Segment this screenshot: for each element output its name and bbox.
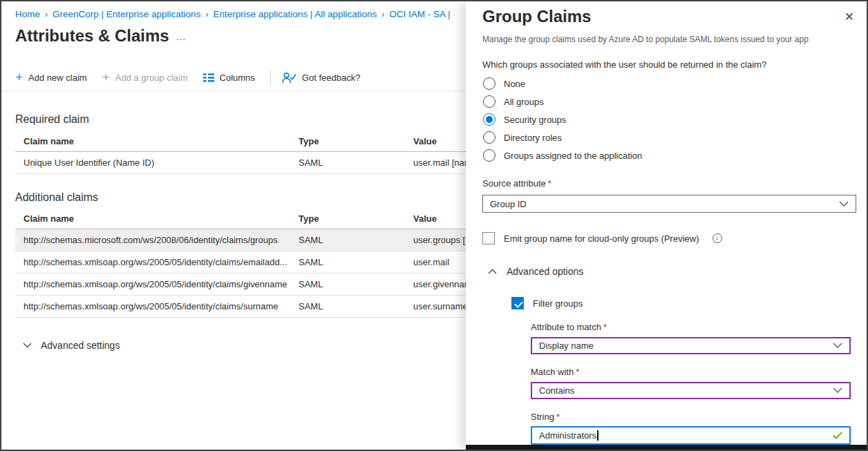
azure-portal-window: Home › GreenCorp | Enterprise applicatio…: [0, 0, 868, 451]
got-feedback-label: Got feedback?: [302, 73, 361, 83]
attribute-to-match-dropdown[interactable]: Display name: [531, 337, 851, 354]
value-cell: user.mail [nam: [413, 157, 466, 168]
table-row-groups-claim[interactable]: http://schemas.microsoft.com/ws/2008/06/…: [15, 229, 466, 251]
chevron-down-icon: [23, 343, 32, 348]
radio-label: Directory roles: [504, 133, 562, 143]
radio-groups-assigned[interactable]: Groups assigned to the application: [483, 149, 642, 162]
column-value: Value: [413, 136, 466, 146]
required-asterisk: *: [603, 322, 607, 332]
advanced-options-toggle[interactable]: Advanced options: [488, 266, 583, 277]
type-cell: SAML: [299, 257, 413, 267]
radio-all-groups[interactable]: All groups: [483, 95, 642, 108]
table-row-email-claim[interactable]: http://schemas.xmlsoap.org/ws/2005/05/id…: [15, 251, 466, 274]
column-value: Value: [413, 213, 466, 224]
value-cell: user.groups [S: [413, 235, 466, 245]
toolbar-divider-line: [1, 90, 466, 91]
type-cell: SAML: [299, 157, 413, 168]
info-icon[interactable]: i: [713, 233, 722, 243]
column-claim-name: Claim name: [23, 136, 299, 146]
columns-label: Columns: [220, 73, 255, 83]
additional-claims-table: Claim name Type Value http://schemas.mic…: [15, 209, 466, 318]
string-label: String*: [531, 412, 560, 422]
required-asterisk: *: [556, 412, 560, 422]
close-icon[interactable]: ✕: [845, 10, 854, 24]
filter-groups-checkbox-row[interactable]: Filter groups: [511, 297, 583, 309]
chevron-right-icon: ›: [205, 10, 208, 19]
column-type: Type: [299, 213, 413, 224]
advanced-settings-label: Advanced settings: [41, 340, 120, 351]
group-claims-panel: Group Claims ✕ Manage the group claims u…: [466, 1, 868, 450]
breadcrumb-oci-iam[interactable]: OCI IAM - SA |: [389, 9, 450, 19]
add-new-claim-button[interactable]: + Add new claim: [15, 72, 87, 83]
got-feedback-button[interactable]: Got feedback?: [282, 72, 361, 84]
advanced-settings-toggle[interactable]: Advanced settings: [23, 340, 120, 351]
breadcrumb-home[interactable]: Home: [15, 9, 40, 19]
radio-icon: [483, 77, 496, 90]
chevron-right-icon: ›: [381, 10, 384, 19]
string-input-value: Administrators: [539, 430, 596, 441]
radio-selected-icon: [483, 113, 496, 126]
attribute-to-match-label: Attribute to match*: [531, 322, 607, 332]
claim-name-cell: http://schemas.xmlsoap.org/ws/2005/05/id…: [23, 257, 299, 267]
radio-label: Security groups: [504, 115, 566, 125]
type-cell: SAML: [299, 301, 413, 311]
chevron-up-icon: [488, 269, 497, 274]
radio-icon: [483, 95, 496, 108]
plus-icon: +: [102, 72, 110, 83]
group-claims-question: Which groups associated with the user sh…: [482, 59, 766, 70]
type-cell: SAML: [299, 235, 413, 245]
checkbox-checked-icon[interactable]: [511, 297, 524, 309]
plus-icon: +: [15, 72, 23, 83]
value-cell: user.mail: [413, 257, 466, 267]
string-input[interactable]: Administrators: [531, 426, 851, 445]
more-options-icon[interactable]: …: [176, 30, 187, 42]
radio-label: All groups: [504, 97, 544, 107]
source-attribute-value: Group ID: [490, 199, 527, 209]
radio-security-groups[interactable]: Security groups: [483, 113, 642, 126]
filter-groups-label: Filter groups: [533, 298, 583, 309]
additional-claims-heading: Additional claims: [15, 191, 98, 204]
columns-icon: [203, 73, 214, 82]
emit-group-name-checkbox-row[interactable]: Emit group name for cloud-only groups (P…: [482, 232, 722, 244]
table-row[interactable]: Unique User Identifier (Name ID) SAML us…: [15, 152, 466, 174]
emit-group-name-label: Emit group name for cloud-only groups (P…: [504, 233, 699, 244]
source-attribute-dropdown[interactable]: Group ID: [482, 195, 856, 213]
match-with-label: Match with*: [531, 367, 579, 377]
required-claim-table: Claim name Type Value Unique User Identi…: [15, 131, 466, 174]
table-header-row: Claim name Type Value: [15, 131, 466, 152]
breadcrumb-enterprise-applications[interactable]: GreenCorp | Enterprise applications: [53, 9, 200, 19]
columns-button[interactable]: Columns: [203, 73, 255, 83]
radio-label: Groups assigned to the application: [504, 151, 642, 161]
radio-directory-roles[interactable]: Directory roles: [483, 131, 642, 144]
required-asterisk: *: [576, 367, 579, 377]
radio-icon: [483, 149, 496, 162]
chevron-right-icon: ›: [45, 10, 48, 19]
panel-subtitle: Manage the group claims used by Azure AD…: [482, 35, 842, 44]
source-attribute-label: Source attribute*: [482, 178, 551, 189]
panel-title: Group Claims: [482, 7, 591, 26]
add-group-claim-label: Add a group claim: [115, 73, 188, 83]
breadcrumb: Home › GreenCorp | Enterprise applicatio…: [15, 9, 451, 19]
group-type-radio-group: None All groups Security groups Director…: [483, 77, 642, 162]
table-row-givenname-claim[interactable]: http://schemas.xmlsoap.org/ws/2005/05/id…: [15, 274, 466, 296]
text-cursor: [597, 430, 598, 441]
type-cell: SAML: [299, 279, 413, 289]
radio-none[interactable]: None: [483, 77, 642, 90]
claim-name-cell: http://schemas.xmlsoap.org/ws/2005/05/id…: [23, 301, 299, 311]
table-row-surname-claim[interactable]: http://schemas.xmlsoap.org/ws/2005/05/id…: [15, 296, 466, 318]
claim-name-cell: Unique User Identifier (Name ID): [23, 157, 299, 168]
add-new-claim-label: Add new claim: [28, 73, 87, 83]
match-with-dropdown[interactable]: Contains: [531, 382, 851, 399]
advanced-options-label: Advanced options: [507, 266, 583, 277]
toolbar-divider: [270, 70, 271, 85]
breadcrumb-all-applications[interactable]: Enterprise applications | All applicatio…: [213, 9, 377, 19]
chevron-down-icon: [833, 343, 842, 349]
feedback-person-icon: [282, 72, 296, 84]
column-type: Type: [299, 136, 413, 146]
add-group-claim-button[interactable]: + Add a group claim: [102, 72, 188, 83]
toolbar: + Add new claim + Add a group claim Colu…: [15, 70, 375, 85]
checkbox-unchecked-icon[interactable]: [482, 232, 495, 244]
attributes-claims-page: Home › GreenCorp | Enterprise applicatio…: [1, 1, 466, 450]
value-cell: user.givennam: [413, 279, 466, 289]
valid-check-icon: [833, 432, 842, 439]
